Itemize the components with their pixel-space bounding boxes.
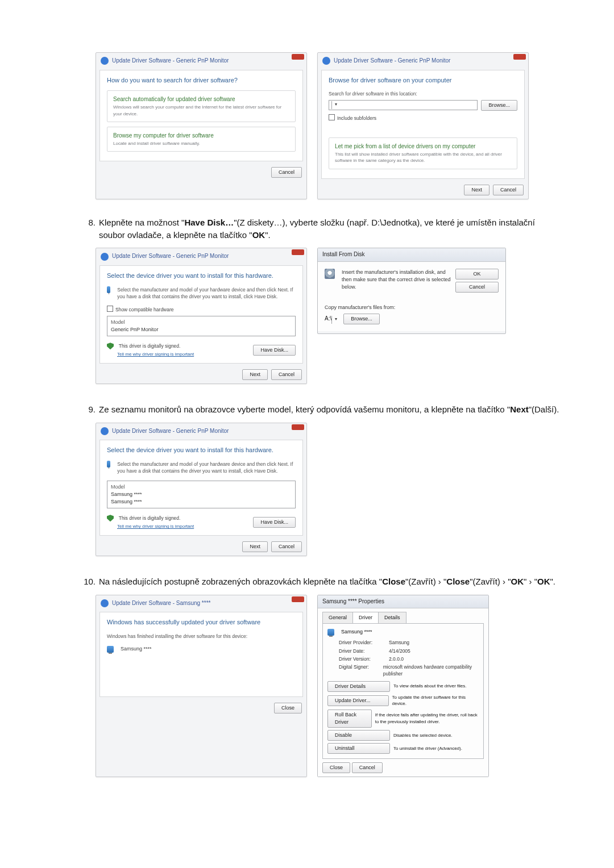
back-icon[interactable] <box>101 57 109 65</box>
shield-icon <box>107 343 114 349</box>
label-have-disk: Have Disk… <box>184 218 234 227</box>
close-button[interactable]: Close <box>274 703 302 713</box>
have-disk-button[interactable]: Have Disk... <box>253 345 296 356</box>
path-input[interactable]: ▾ <box>329 100 478 110</box>
label: Digital Signer: <box>339 663 379 678</box>
label: Driver Date: <box>339 648 384 654</box>
text: "(Zavřít) › " <box>470 577 511 586</box>
back-icon[interactable] <box>322 57 330 65</box>
monitor-icon <box>327 629 334 636</box>
have-disk-button[interactable]: Have Disk... <box>253 517 296 528</box>
include-subfolders-checkbox[interactable] <box>329 114 335 120</box>
option-search-automatically[interactable]: Search automatically for updated driver … <box>107 90 296 122</box>
list-item[interactable]: Samsung **** <box>111 498 292 506</box>
chevron-down-icon[interactable]: ▾ <box>331 316 340 324</box>
tab-driver[interactable]: Driver <box>352 612 379 623</box>
value: 4/14/2005 <box>389 648 410 654</box>
next-button[interactable]: Next <box>242 541 268 552</box>
step-number: 9. <box>78 403 96 416</box>
option-pick-from-list[interactable]: Let me pick from a list of device driver… <box>329 137 517 169</box>
copy-from-label: Copy manufacturer's files from: <box>325 304 499 311</box>
cancel-button[interactable]: Cancel <box>455 282 499 293</box>
dialog-select-driver-1: Update Driver Software - Generic PnP Mon… <box>96 248 307 384</box>
option-browse-computer[interactable]: Browse my computer for driver software L… <box>107 127 296 152</box>
label-ok: OK <box>511 577 524 586</box>
list-item[interactable]: Samsung **** <box>111 491 292 498</box>
close-icon[interactable] <box>513 54 526 60</box>
step-10: 10. Na následujících postupně zobrazenýc… <box>78 575 563 777</box>
dialog-select-driver-2: Update Driver Software - Generic PnP Mon… <box>96 423 307 556</box>
model-name: Samsung **** <box>341 628 372 636</box>
show-compatible-checkbox[interactable] <box>107 306 113 312</box>
dialog-monitor-properties: Samsung **** Properties General Driver D… <box>317 595 489 778</box>
step-text: Na následujících postupně zobrazených ob… <box>99 575 563 588</box>
dialog-description: Select the manufacturer and model of you… <box>117 461 296 475</box>
next-button[interactable]: Next <box>242 369 268 380</box>
driver-details-button[interactable]: Driver Details <box>327 681 390 692</box>
close-icon[interactable] <box>292 596 304 602</box>
option-subtitle: Windows will search your computer and th… <box>113 104 289 117</box>
cancel-button[interactable]: Cancel <box>271 369 302 380</box>
close-icon[interactable] <box>292 54 304 60</box>
back-icon[interactable] <box>101 253 109 261</box>
cancel-button[interactable]: Cancel <box>352 762 383 773</box>
model-listbox[interactable]: Model Samsung **** Samsung **** <box>107 481 296 508</box>
dialog-title: Samsung **** Properties <box>318 595 488 609</box>
browse-button[interactable]: Browse... <box>343 314 380 324</box>
column-header-model: Model <box>111 483 292 491</box>
close-icon[interactable] <box>292 249 304 255</box>
model-listbox[interactable]: Model Generic PnP Monitor <box>107 316 296 336</box>
disable-button[interactable]: Disable <box>327 730 390 741</box>
dialog-update-success: Update Driver Software - Samsung **** Wi… <box>96 595 307 778</box>
desc: To view details about the driver files. <box>393 683 467 690</box>
dialog-message: Insert the manufacturer's installation d… <box>342 269 452 291</box>
tabs: General Driver Details <box>322 612 484 624</box>
chevron-down-icon[interactable]: ▾ <box>331 101 340 109</box>
text: Ze seznamu monitorů na obrazovce vyberte… <box>99 404 510 414</box>
ok-button[interactable]: OK <box>455 269 499 279</box>
include-subfolders-label: Include subfolders <box>337 115 376 121</box>
list-item[interactable]: Generic PnP Monitor <box>111 326 292 333</box>
browse-button[interactable]: Browse... <box>481 100 517 111</box>
dialog-title: Update Driver Software - Generic PnP Mon… <box>112 427 229 436</box>
copy-path-input[interactable]: A:\▾ <box>325 315 340 324</box>
cancel-button[interactable]: Cancel <box>493 185 524 195</box>
value: microsoft windows hardware compatibility… <box>383 663 479 678</box>
label: Driver Provider: <box>339 639 384 646</box>
update-driver-button[interactable]: Update Driver... <box>327 695 389 706</box>
step-9: 9. Ze seznamu monitorů na obrazovce vybe… <box>78 403 563 556</box>
rollback-driver-button[interactable]: Roll Back Driver <box>327 710 372 728</box>
link-driver-signing[interactable]: Tell me why driver signing is important <box>117 524 194 529</box>
model-name: Samsung **** <box>121 645 152 653</box>
tab-general[interactable]: General <box>322 612 353 623</box>
back-icon[interactable] <box>101 427 109 435</box>
tab-details[interactable]: Details <box>378 612 406 623</box>
label-ok: OK <box>537 577 550 586</box>
next-button[interactable]: Next <box>464 185 489 195</box>
dialog-title: Update Driver Software - Samsung **** <box>112 599 210 608</box>
text: "(Zavřít) › " <box>405 577 446 586</box>
column-header-model: Model <box>111 319 292 326</box>
dialog-heading: Select the device driver you want to ins… <box>107 446 296 455</box>
uninstall-button[interactable]: Uninstall <box>327 743 390 754</box>
desc: To uninstall the driver (Advanced). <box>393 745 462 752</box>
option-subtitle: Locate and install driver software manua… <box>113 140 289 147</box>
text: Na následujících postupně zobrazených ob… <box>99 577 382 586</box>
cancel-button[interactable]: Cancel <box>271 167 302 178</box>
step-text: Ze seznamu monitorů na obrazovce vyberte… <box>99 403 563 416</box>
close-button[interactable]: Close <box>322 762 350 773</box>
label-next: Next <box>510 404 529 414</box>
monitor-icon <box>107 286 110 293</box>
dialog-title: Update Driver Software - Generic PnP Mon… <box>112 57 229 65</box>
back-icon[interactable] <box>101 599 109 607</box>
link-driver-signing[interactable]: Tell me why driver signing is important <box>117 352 194 357</box>
step-number: 10. <box>78 575 96 588</box>
dialog-search-driver: Update Driver Software - Generic PnP Mon… <box>96 52 307 199</box>
cancel-button[interactable]: Cancel <box>271 541 302 552</box>
option-subtitle: This list will show installed driver sof… <box>335 151 511 164</box>
dialog-heading: Browse for driver software on your compu… <box>329 76 517 85</box>
close-icon[interactable] <box>292 424 304 430</box>
value: Samsung <box>389 639 409 646</box>
step-8: 8. Klepněte na možnost "Have Disk…"(Z di… <box>78 216 563 384</box>
step-text: Klepněte na možnost "Have Disk…"(Z diske… <box>99 216 563 241</box>
